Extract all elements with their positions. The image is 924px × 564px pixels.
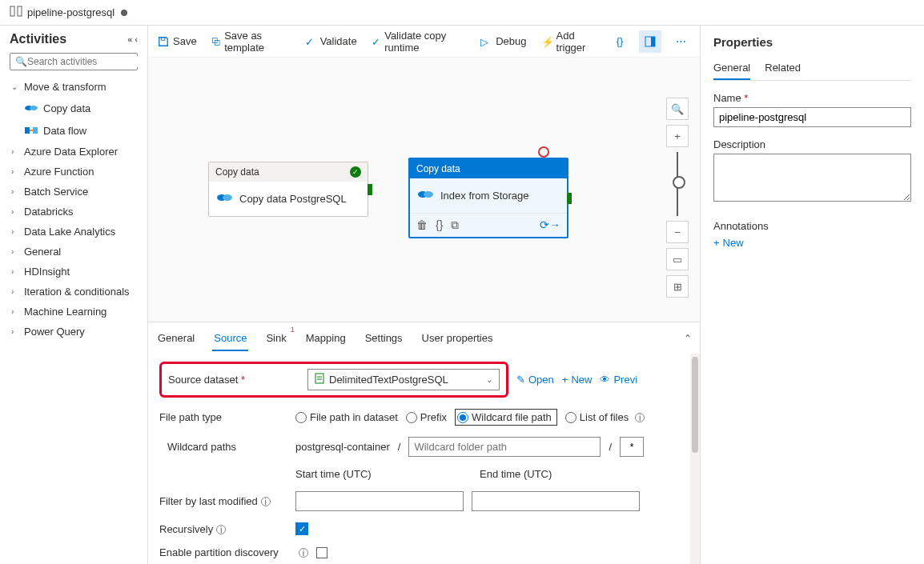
- group-4[interactable]: ›Data Lake Analytics: [10, 222, 138, 242]
- search-canvas-button[interactable]: 🔍: [666, 98, 689, 120]
- fpt-prefix[interactable]: Prefix: [406, 411, 447, 423]
- group-8[interactable]: ›Machine Learning: [10, 302, 138, 322]
- debug-button[interactable]: ▷Debug: [479, 32, 528, 50]
- source-dataset-select[interactable]: DelimitedTextPostgreSQL ⌄: [307, 369, 500, 390]
- wildcard-folder-input[interactable]: [408, 437, 601, 457]
- search-activities[interactable]: 🔍: [10, 53, 138, 70]
- activity-data-flow[interactable]: Data flow: [10, 119, 138, 142]
- svg-rect-4: [25, 127, 30, 134]
- end-time-input[interactable]: [472, 491, 640, 511]
- group-3[interactable]: ›Databricks: [10, 202, 138, 222]
- recursively-checkbox[interactable]: ✓: [295, 522, 308, 535]
- add-trigger-button[interactable]: ⚡Add trigger: [540, 26, 597, 57]
- info-icon[interactable]: i: [216, 525, 226, 534]
- chevron-right-icon: ›: [11, 187, 19, 196]
- preview-icon: 👁: [600, 374, 610, 386]
- wildcard-file-input[interactable]: [620, 437, 644, 457]
- group-0[interactable]: ›Azure Data Explorer: [10, 142, 138, 162]
- zoom-out-button[interactable]: −: [666, 221, 689, 243]
- code-view-button[interactable]: {}: [609, 30, 631, 53]
- group-5[interactable]: ›General: [10, 242, 138, 262]
- props-tab-related[interactable]: Related: [765, 57, 801, 80]
- partition-label: Enable partition discovery: [159, 546, 287, 558]
- more-button[interactable]: ⋯: [669, 30, 692, 53]
- group-move-transform[interactable]: ⌄ Move & transform: [10, 77, 138, 97]
- copy-icon[interactable]: ⧉: [451, 218, 459, 232]
- canvas-node-index-storage[interactable]: Copy data Index from Storage 🗑 {} ⧉ ⟳→: [408, 158, 568, 238]
- validate-button[interactable]: ✓Validate: [303, 32, 359, 50]
- open-dataset-button[interactable]: ✎Open: [516, 374, 554, 386]
- validate-copy-button[interactable]: ✓Validate copy runtime: [370, 26, 468, 57]
- info-icon[interactable]: i: [635, 413, 645, 422]
- tab-source[interactable]: Source: [212, 326, 248, 350]
- output-port[interactable]: [567, 193, 572, 204]
- pipeline-canvas[interactable]: Copy data✓ Copy data PostgreSQL Copy dat…: [148, 58, 700, 322]
- trigger-icon: ⚡: [541, 36, 552, 47]
- add-annotation-button[interactable]: +New: [713, 237, 911, 249]
- svg-rect-10: [651, 37, 655, 46]
- description-input[interactable]: [713, 154, 911, 202]
- start-time-input[interactable]: [295, 491, 464, 511]
- canvas-controls: 🔍 + − ▭ ⊞: [666, 98, 689, 298]
- source-dataset-highlight: Source dataset * DelimitedTextPostgreSQL…: [159, 362, 508, 398]
- search-input[interactable]: [27, 56, 147, 67]
- dataset-icon: [315, 373, 324, 386]
- activity-copy-data[interactable]: Copy data: [10, 97, 138, 119]
- properties-title: Properties: [713, 35, 911, 49]
- tab-settings[interactable]: Settings: [364, 326, 404, 350]
- tab-sink[interactable]: Sink: [264, 326, 287, 350]
- group-2[interactable]: ›Batch Service: [10, 182, 138, 202]
- recursively-label: Recursively: [159, 523, 213, 535]
- fpt-list[interactable]: List of filesi: [565, 411, 645, 423]
- chevron-down-icon: ⌄: [486, 375, 492, 384]
- svg-point-14: [424, 191, 433, 198]
- source-form: Source dataset * DelimitedTextPostgreSQL…: [148, 354, 700, 564]
- svg-point-3: [30, 106, 38, 110]
- info-icon[interactable]: i: [299, 548, 308, 558]
- collapse-sidebar-icon[interactable]: « ‹: [127, 34, 138, 44]
- save-template-button[interactable]: Save as template: [210, 26, 292, 57]
- data-flow-icon: [24, 123, 38, 138]
- svg-rect-1: [18, 6, 22, 16]
- partition-checkbox[interactable]: [316, 547, 327, 558]
- output-port[interactable]: [368, 184, 372, 195]
- zoom-slider[interactable]: [677, 152, 678, 216]
- delete-icon[interactable]: 🗑: [416, 218, 428, 232]
- tab-mapping[interactable]: Mapping: [304, 326, 348, 350]
- database-icon: [215, 190, 233, 208]
- unsaved-indicator: [121, 10, 127, 16]
- canvas-node-copy-postgresql[interactable]: Copy data✓ Copy data PostgreSQL: [208, 162, 368, 217]
- new-dataset-button[interactable]: +New: [562, 374, 593, 386]
- fpt-dataset[interactable]: File path in dataset: [295, 411, 398, 423]
- group-6[interactable]: ›HDInsight: [10, 262, 138, 282]
- svg-rect-5: [33, 127, 38, 134]
- fpt-wildcard[interactable]: Wildcard file path: [457, 411, 552, 423]
- collapse-panel-button[interactable]: ⌃: [684, 333, 692, 344]
- zoom-in-button[interactable]: +: [666, 125, 689, 147]
- chevron-down-icon: ⌄: [11, 82, 19, 91]
- props-tab-general[interactable]: General: [713, 57, 750, 80]
- group-9[interactable]: ›Power Query: [10, 322, 138, 342]
- properties-toggle-button[interactable]: [639, 30, 661, 53]
- save-button[interactable]: Save: [156, 32, 199, 50]
- group-7[interactable]: ›Iteration & conditionals: [10, 282, 138, 302]
- file-path-type-label: File path type: [159, 411, 287, 423]
- filter-label: Filter by last modified: [159, 495, 258, 507]
- layout-button[interactable]: ⊞: [666, 275, 689, 298]
- pipeline-tab[interactable]: pipeline-postgresql: [0, 0, 924, 26]
- chevron-right-icon: ›: [11, 207, 19, 216]
- form-scrollbar[interactable]: [690, 354, 700, 564]
- info-icon[interactable]: i: [261, 497, 271, 506]
- chevron-right-icon: ›: [11, 327, 19, 336]
- tab-user-properties[interactable]: User properties: [420, 326, 495, 350]
- fit-button[interactable]: ▭: [666, 248, 689, 270]
- check-icon: ✓: [372, 36, 381, 47]
- code-icon[interactable]: {}: [436, 218, 443, 232]
- tab-general[interactable]: General: [156, 326, 196, 350]
- pipeline-name-input[interactable]: [713, 107, 911, 127]
- group-1[interactable]: ›Azure Function: [10, 162, 138, 182]
- description-label: Description: [713, 138, 911, 150]
- chevron-right-icon: ›: [11, 287, 19, 296]
- preview-button[interactable]: 👁Previ: [600, 374, 637, 386]
- run-icon[interactable]: ⟳→: [540, 218, 560, 232]
